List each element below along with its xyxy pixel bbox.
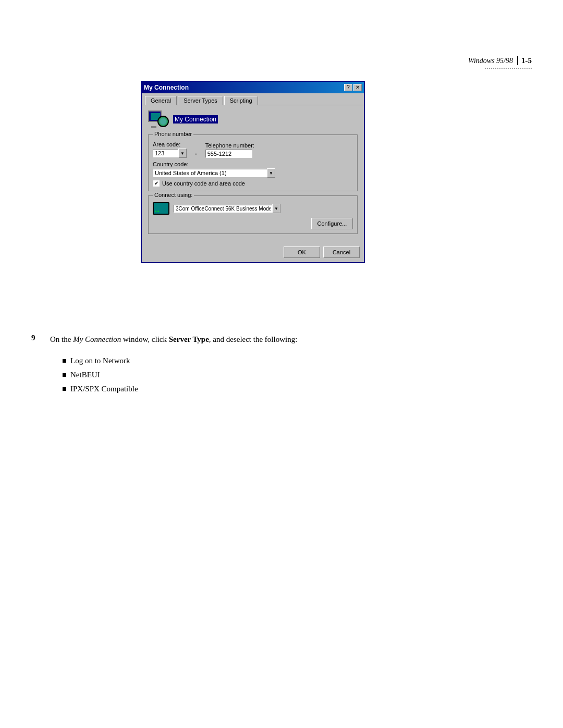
modem-select[interactable] [174, 205, 273, 213]
area-code-input[interactable] [153, 149, 179, 157]
step-bold-text: Server Type [169, 335, 209, 343]
configure-button[interactable]: Configure... [311, 218, 353, 229]
step-italic-text: My Connection [73, 335, 121, 343]
page-header: Windows 95/98 1-5 [468, 56, 532, 65]
main-content: 9 On the My Connection window, click Ser… [31, 334, 532, 396]
dash-separator: - [195, 150, 197, 156]
use-country-code-label: Use country code and area code [162, 180, 245, 187]
bullet-icon [63, 373, 66, 377]
header-rule [485, 68, 532, 69]
phone-number-group: Phone number Area code: ▼ - Telephone nu… [148, 134, 358, 191]
connect-using-group: Connect using: ▼ Configure... [148, 195, 358, 234]
bullet-list: Log on to Network NetBEUI IPX/SPX Compat… [31, 354, 532, 396]
title-bar: My Connection ? ✕ [142, 82, 364, 93]
list-item: IPX/SPX Compatible [63, 382, 532, 396]
connection-header: My Connection [148, 110, 358, 128]
step-9-row: 9 On the My Connection window, click Ser… [31, 334, 532, 346]
list-item: Log on to Network [63, 354, 532, 368]
title-bar-buttons: ? ✕ [344, 84, 362, 91]
bullet-icon [63, 359, 66, 363]
ok-button[interactable]: OK [284, 246, 320, 258]
telephone-input[interactable] [205, 150, 252, 158]
configure-row: Configure... [153, 218, 353, 229]
telephone-section: Telephone number: [205, 142, 254, 158]
area-code-section: Area code: ▼ [153, 141, 187, 158]
country-code-dropdown: ▼ [153, 168, 353, 178]
bullet-text: Log on to Network [70, 354, 130, 368]
globe-icon [157, 116, 169, 127]
telephone-label: Telephone number: [205, 142, 254, 149]
connect-using-label: Connect using: [153, 192, 194, 198]
help-button[interactable]: ? [344, 84, 352, 91]
dialog-footer: OK Cancel [142, 243, 364, 262]
use-country-code-row: ✔ Use country code and area code [153, 180, 353, 187]
cancel-button[interactable]: Cancel [323, 246, 360, 258]
bullet-icon [63, 387, 66, 391]
dialog-wrapper: My Connection ? ✕ General Server Types S… [141, 81, 365, 263]
dialog-title: My Connection [144, 84, 189, 91]
area-code-dropdown: ▼ [153, 149, 187, 158]
use-country-code-checkbox[interactable]: ✔ [153, 180, 160, 187]
bullet-text: NetBEUI [70, 368, 100, 382]
step-number: 9 [31, 334, 44, 342]
tab-scripting[interactable]: Scripting [224, 96, 258, 105]
close-button[interactable]: ✕ [353, 84, 362, 91]
area-code-arrow[interactable]: ▼ [178, 149, 187, 158]
my-connection-dialog: My Connection ? ✕ General Server Types S… [141, 81, 365, 263]
list-item: NetBEUI [63, 368, 532, 382]
tab-server-types[interactable]: Server Types [178, 96, 223, 105]
area-code-label: Area code: [153, 141, 187, 147]
country-code-section: Country code: ▼ [153, 161, 353, 178]
connection-icon [148, 110, 169, 128]
phone-number-group-label: Phone number [153, 131, 193, 137]
dialog-body: My Connection Phone number Area code: ▼ … [142, 105, 364, 243]
os-label: Windows 95/98 [468, 57, 513, 65]
connect-using-row: ▼ [153, 202, 353, 215]
modem-arrow[interactable]: ▼ [272, 204, 280, 213]
country-code-arrow[interactable]: ▼ [267, 168, 275, 178]
connection-name-label: My Connection [173, 115, 218, 124]
modem-dropdown: ▼ [174, 204, 280, 213]
tab-general[interactable]: General [145, 96, 177, 105]
bullet-text: IPX/SPX Compatible [70, 382, 138, 396]
step-instruction: On the My Connection window, click Serve… [50, 334, 297, 346]
page-number: 1-5 [517, 56, 532, 65]
country-code-input[interactable] [153, 169, 267, 177]
tabs-row: General Server Types Scripting [142, 93, 364, 105]
country-code-label: Country code: [153, 161, 353, 167]
monitor-base [151, 126, 156, 128]
modem-icon [153, 202, 169, 215]
